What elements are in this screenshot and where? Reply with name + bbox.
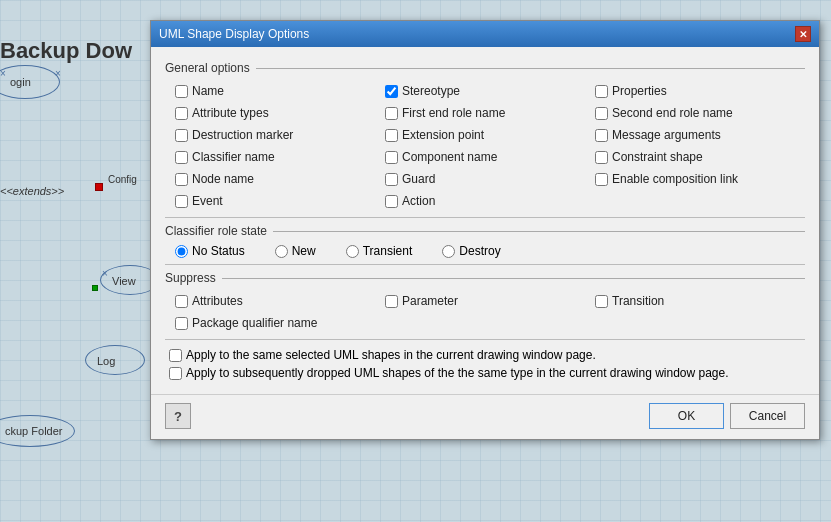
checkbox-name-input[interactable] xyxy=(175,85,188,98)
radio-destroy-input[interactable] xyxy=(442,245,455,258)
checkbox-guard-input[interactable] xyxy=(385,173,398,186)
radio-new-input[interactable] xyxy=(275,245,288,258)
bg-node-view: View xyxy=(112,275,136,287)
radio-transient: Transient xyxy=(346,244,413,258)
checkbox-event-label: Event xyxy=(192,194,223,208)
bg-title: Backup Dow xyxy=(0,38,132,64)
checkbox-destruction-label: Destruction marker xyxy=(192,128,293,142)
divider-1 xyxy=(165,217,805,218)
checkbox-attributes-label: Attributes xyxy=(192,294,243,308)
checkbox-first-end-role: First end role name xyxy=(385,103,595,123)
checkbox-constraint-shape-input[interactable] xyxy=(595,151,608,164)
checkbox-enable-composition-label: Enable composition link xyxy=(612,172,738,186)
checkbox-parameter-label: Parameter xyxy=(402,294,458,308)
cancel-button[interactable]: Cancel xyxy=(730,403,805,429)
apply-dropped-item: Apply to subsequently dropped UML shapes… xyxy=(169,366,805,380)
checkbox-properties-input[interactable] xyxy=(595,85,608,98)
classifier-state-label: Classifier role state xyxy=(165,224,267,238)
checkbox-transition-input[interactable] xyxy=(595,295,608,308)
general-options-label: General options xyxy=(165,61,250,75)
checkbox-extension-point-input[interactable] xyxy=(385,129,398,142)
checkbox-message-args-input[interactable] xyxy=(595,129,608,142)
checkbox-classifier-name-label: Classifier name xyxy=(192,150,275,164)
checkbox-parameter-input[interactable] xyxy=(385,295,398,308)
bg-node-folder: ckup Folder xyxy=(5,425,62,437)
suppress-checkboxes-grid: Attributes Parameter Transition Package … xyxy=(165,291,805,333)
classifier-state-divider xyxy=(273,231,805,232)
checkbox-event-input[interactable] xyxy=(175,195,188,208)
checkbox-stereotype-input[interactable] xyxy=(385,85,398,98)
dialog-titlebar: UML Shape Display Options ✕ xyxy=(151,21,819,47)
checkbox-attr-types-input[interactable] xyxy=(175,107,188,120)
dialog-body: General options Name Stereotype Properti… xyxy=(151,47,819,394)
checkbox-transition-label: Transition xyxy=(612,294,664,308)
checkbox-enable-composition: Enable composition link xyxy=(595,169,805,189)
classifier-state-header: Classifier role state xyxy=(165,224,805,238)
checkbox-classifier-name-input[interactable] xyxy=(175,151,188,164)
close-button[interactable]: ✕ xyxy=(795,26,811,42)
checkbox-apply-same-input[interactable] xyxy=(169,349,182,362)
dialog-title: UML Shape Display Options xyxy=(159,27,309,41)
checkbox-guard: Guard xyxy=(385,169,595,189)
checkbox-component-name: Component name xyxy=(385,147,595,167)
bottom-checkboxes: Apply to the same selected UML shapes in… xyxy=(165,348,805,380)
checkbox-second-end-role: Second end role name xyxy=(595,103,805,123)
bg-node-log: Log xyxy=(97,355,115,367)
checkbox-component-name-input[interactable] xyxy=(385,151,398,164)
bg-x4: × xyxy=(102,268,108,279)
radio-new: New xyxy=(275,244,316,258)
bg-x2: × xyxy=(0,68,6,79)
checkbox-package-qualifier-label: Package qualifier name xyxy=(192,316,317,330)
general-options-divider xyxy=(256,68,805,69)
checkbox-classifier-name: Classifier name xyxy=(175,147,385,167)
radio-no-status-input[interactable] xyxy=(175,245,188,258)
checkbox-name: Name xyxy=(175,81,385,101)
checkbox-first-end-role-input[interactable] xyxy=(385,107,398,120)
checkbox-transition: Transition xyxy=(595,291,805,311)
checkbox-action-label: Action xyxy=(402,194,435,208)
checkbox-component-name-label: Component name xyxy=(402,150,497,164)
checkbox-second-end-role-input[interactable] xyxy=(595,107,608,120)
checkbox-constraint-shape-label: Constraint shape xyxy=(612,150,703,164)
checkbox-apply-same-label: Apply to the same selected UML shapes in… xyxy=(186,348,596,362)
uml-shape-display-dialog: UML Shape Display Options ✕ General opti… xyxy=(150,20,820,440)
dialog-footer: ? OK Cancel xyxy=(151,394,819,439)
radio-transient-label: Transient xyxy=(363,244,413,258)
checkbox-guard-label: Guard xyxy=(402,172,435,186)
radio-destroy: Destroy xyxy=(442,244,500,258)
checkbox-action-input[interactable] xyxy=(385,195,398,208)
checkbox-enable-composition-input[interactable] xyxy=(595,173,608,186)
bg-state-node xyxy=(95,183,103,191)
help-button[interactable]: ? xyxy=(165,403,191,429)
checkbox-parameter: Parameter xyxy=(385,291,595,311)
ok-button[interactable]: OK xyxy=(649,403,724,429)
checkbox-attr-types: Attribute types xyxy=(175,103,385,123)
radio-no-status-label: No Status xyxy=(192,244,245,258)
checkbox-name-label: Name xyxy=(192,84,224,98)
bg-extends-label: <<extends>> xyxy=(0,185,64,197)
checkbox-stereotype-label: Stereotype xyxy=(402,84,460,98)
classifier-state-radios: No Status New Transient Destroy xyxy=(165,244,805,258)
checkbox-constraint-shape: Constraint shape xyxy=(595,147,805,167)
checkbox-node-name: Node name xyxy=(175,169,385,189)
footer-action-buttons: OK Cancel xyxy=(649,403,805,429)
checkbox-first-end-role-label: First end role name xyxy=(402,106,505,120)
bg-state-node2 xyxy=(92,285,98,291)
apply-same-item: Apply to the same selected UML shapes in… xyxy=(169,348,805,362)
checkbox-node-name-input[interactable] xyxy=(175,173,188,186)
radio-transient-input[interactable] xyxy=(346,245,359,258)
radio-destroy-label: Destroy xyxy=(459,244,500,258)
divider-2 xyxy=(165,264,805,265)
divider-3 xyxy=(165,339,805,340)
checkbox-apply-dropped-input[interactable] xyxy=(169,367,182,380)
checkbox-destruction-input[interactable] xyxy=(175,129,188,142)
checkbox-package-qualifier-input[interactable] xyxy=(175,317,188,330)
checkbox-action: Action xyxy=(385,191,595,211)
bg-node-login: ogin xyxy=(10,76,31,88)
checkbox-attributes-input[interactable] xyxy=(175,295,188,308)
checkbox-message-args: Message arguments xyxy=(595,125,805,145)
checkbox-destruction: Destruction marker xyxy=(175,125,385,145)
checkbox-extension-point: Extension point xyxy=(385,125,595,145)
suppress-header: Suppress xyxy=(165,271,805,285)
bg-x1: × xyxy=(55,68,61,79)
